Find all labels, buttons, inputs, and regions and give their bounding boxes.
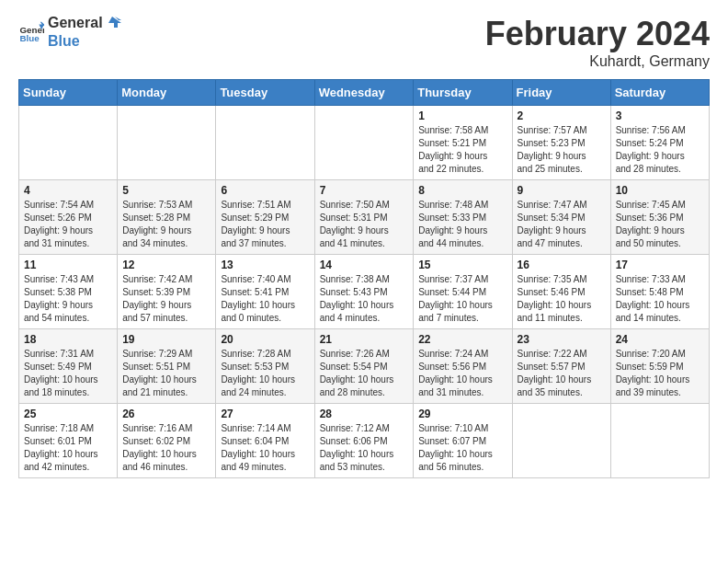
logo-icon: General Blue [18,19,44,45]
calendar: SundayMondayTuesdayWednesdayThursdayFrid… [18,79,710,478]
calendar-cell: 9Sunrise: 7:47 AM Sunset: 5:34 PM Daylig… [512,180,610,255]
cell-content: Sunrise: 7:38 AM Sunset: 5:43 PM Dayligh… [320,273,409,325]
calendar-header-tuesday: Tuesday [216,80,314,106]
header: General Blue General Blue February 2024 … [18,15,710,70]
cell-content: Sunrise: 7:58 AM Sunset: 5:21 PM Dayligh… [418,124,506,176]
day-number: 5 [122,184,210,197]
calendar-week-row: 11Sunrise: 7:43 AM Sunset: 5:38 PM Dayli… [19,255,710,329]
cell-content: Sunrise: 7:45 AM Sunset: 5:36 PM Dayligh… [616,199,704,250]
calendar-cell [314,106,414,180]
svg-text:Blue: Blue [19,33,40,43]
cell-content: Sunrise: 7:33 AM Sunset: 5:48 PM Dayligh… [616,273,704,325]
calendar-cell: 6Sunrise: 7:51 AM Sunset: 5:29 PM Daylig… [216,180,314,255]
cell-content: Sunrise: 7:20 AM Sunset: 5:59 PM Dayligh… [616,348,704,399]
cell-content: Sunrise: 7:10 AM Sunset: 6:07 PM Dayligh… [418,422,506,474]
svg-marker-4 [108,17,121,28]
cell-content: Sunrise: 7:16 AM Sunset: 6:02 PM Dayligh… [122,422,210,474]
calendar-cell: 22Sunrise: 7:24 AM Sunset: 5:56 PM Dayli… [414,329,512,404]
cell-content: Sunrise: 7:28 AM Sunset: 5:53 PM Dayligh… [221,348,309,399]
day-number: 15 [418,259,506,271]
calendar-cell: 10Sunrise: 7:45 AM Sunset: 5:36 PM Dayli… [610,180,709,255]
cell-content: Sunrise: 7:57 AM Sunset: 5:23 PM Dayligh… [518,124,606,176]
cell-content: Sunrise: 7:53 AM Sunset: 5:28 PM Dayligh… [122,199,210,250]
calendar-cell: 4Sunrise: 7:54 AM Sunset: 5:26 PM Daylig… [19,180,118,255]
calendar-cell: 12Sunrise: 7:42 AM Sunset: 5:39 PM Dayli… [118,255,216,329]
calendar-cell: 19Sunrise: 7:29 AM Sunset: 5:51 PM Dayli… [118,329,216,404]
calendar-cell: 11Sunrise: 7:43 AM Sunset: 5:38 PM Dayli… [19,255,118,329]
day-number: 28 [320,408,409,420]
cell-content: Sunrise: 7:50 AM Sunset: 5:31 PM Dayligh… [320,199,409,250]
calendar-week-row: 18Sunrise: 7:31 AM Sunset: 5:49 PM Dayli… [19,329,710,404]
day-number: 2 [518,109,606,122]
day-number: 18 [24,333,112,346]
calendar-cell: 13Sunrise: 7:40 AM Sunset: 5:41 PM Dayli… [216,255,314,329]
cell-content: Sunrise: 7:29 AM Sunset: 5:51 PM Dayligh… [122,348,210,399]
day-number: 25 [24,408,112,420]
calendar-cell: 20Sunrise: 7:28 AM Sunset: 5:53 PM Dayli… [216,329,314,404]
calendar-cell: 25Sunrise: 7:18 AM Sunset: 6:01 PM Dayli… [19,404,118,478]
calendar-cell: 27Sunrise: 7:14 AM Sunset: 6:04 PM Dayli… [216,404,314,478]
month-year: February 2024 [485,15,710,53]
calendar-week-row: 4Sunrise: 7:54 AM Sunset: 5:26 PM Daylig… [19,180,710,255]
cell-content: Sunrise: 7:48 AM Sunset: 5:33 PM Dayligh… [418,199,506,250]
calendar-cell: 7Sunrise: 7:50 AM Sunset: 5:31 PM Daylig… [314,180,414,255]
calendar-cell: 5Sunrise: 7:53 AM Sunset: 5:28 PM Daylig… [118,180,216,255]
cell-content: Sunrise: 7:18 AM Sunset: 6:01 PM Dayligh… [24,422,112,474]
day-number: 7 [320,184,409,197]
cell-content: Sunrise: 7:56 AM Sunset: 5:24 PM Dayligh… [616,124,704,176]
day-number: 14 [320,259,409,271]
logo-general-text: General [48,15,121,33]
cell-content: Sunrise: 7:42 AM Sunset: 5:39 PM Dayligh… [122,273,210,325]
day-number: 1 [418,109,506,122]
calendar-cell: 14Sunrise: 7:38 AM Sunset: 5:43 PM Dayli… [314,255,414,329]
calendar-cell: 16Sunrise: 7:35 AM Sunset: 5:46 PM Dayli… [512,255,610,329]
cell-content: Sunrise: 7:12 AM Sunset: 6:06 PM Dayligh… [320,422,409,474]
calendar-cell: 23Sunrise: 7:22 AM Sunset: 5:57 PM Dayli… [512,329,610,404]
location: Kuhardt, Germany [485,53,710,70]
day-number: 22 [418,333,506,346]
day-number: 29 [418,408,506,420]
calendar-cell: 3Sunrise: 7:56 AM Sunset: 5:24 PM Daylig… [610,106,709,180]
calendar-cell: 17Sunrise: 7:33 AM Sunset: 5:48 PM Dayli… [610,255,709,329]
cell-content: Sunrise: 7:26 AM Sunset: 5:54 PM Dayligh… [320,348,409,399]
calendar-week-row: 25Sunrise: 7:18 AM Sunset: 6:01 PM Dayli… [19,404,710,478]
day-number: 19 [122,333,210,346]
cell-content: Sunrise: 7:14 AM Sunset: 6:04 PM Dayligh… [221,422,309,474]
day-number: 10 [616,184,704,197]
day-number: 3 [616,109,704,122]
calendar-cell: 26Sunrise: 7:16 AM Sunset: 6:02 PM Dayli… [118,404,216,478]
day-number: 16 [518,259,606,271]
calendar-header-monday: Monday [118,80,216,106]
day-number: 4 [24,184,112,197]
calendar-cell [118,106,216,180]
cell-content: Sunrise: 7:47 AM Sunset: 5:34 PM Dayligh… [518,199,606,250]
day-number: 8 [418,184,506,197]
cell-content: Sunrise: 7:35 AM Sunset: 5:46 PM Dayligh… [518,273,606,325]
calendar-cell: 29Sunrise: 7:10 AM Sunset: 6:07 PM Dayli… [414,404,512,478]
day-number: 6 [221,184,309,197]
calendar-cell: 1Sunrise: 7:58 AM Sunset: 5:21 PM Daylig… [414,106,512,180]
cell-content: Sunrise: 7:22 AM Sunset: 5:57 PM Dayligh… [518,348,606,399]
cell-content: Sunrise: 7:40 AM Sunset: 5:41 PM Dayligh… [221,273,309,325]
day-number: 21 [320,333,409,346]
day-number: 11 [24,259,112,271]
day-number: 17 [616,259,704,271]
day-number: 20 [221,333,309,346]
calendar-cell: 15Sunrise: 7:37 AM Sunset: 5:44 PM Dayli… [414,255,512,329]
calendar-week-row: 1Sunrise: 7:58 AM Sunset: 5:21 PM Daylig… [19,106,710,180]
day-number: 12 [122,259,210,271]
day-number: 13 [221,259,309,271]
cell-content: Sunrise: 7:54 AM Sunset: 5:26 PM Dayligh… [24,199,112,250]
calendar-header-sunday: Sunday [19,80,118,106]
title-area: February 2024 Kuhardt, Germany [485,15,710,70]
cell-content: Sunrise: 7:31 AM Sunset: 5:49 PM Dayligh… [24,348,112,399]
calendar-cell [19,106,118,180]
cell-content: Sunrise: 7:24 AM Sunset: 5:56 PM Dayligh… [418,348,506,399]
calendar-header-row: SundayMondayTuesdayWednesdayThursdayFrid… [19,80,710,106]
calendar-cell: 21Sunrise: 7:26 AM Sunset: 5:54 PM Dayli… [314,329,414,404]
day-number: 9 [518,184,606,197]
calendar-cell: 2Sunrise: 7:57 AM Sunset: 5:23 PM Daylig… [512,106,610,180]
day-number: 23 [518,333,606,346]
calendar-cell: 24Sunrise: 7:20 AM Sunset: 5:59 PM Dayli… [610,329,709,404]
cell-content: Sunrise: 7:43 AM Sunset: 5:38 PM Dayligh… [24,273,112,325]
